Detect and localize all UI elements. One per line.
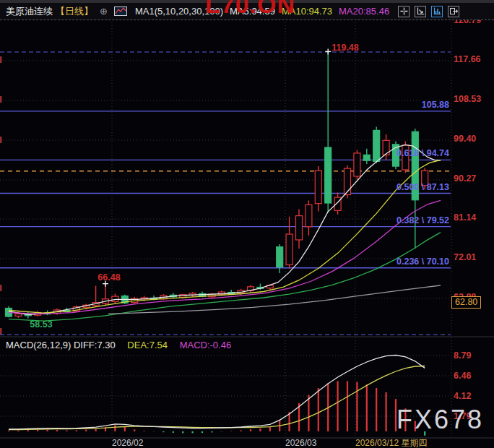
symbol-name: 美原油连续 (6, 5, 53, 18)
pane-collapse-icon[interactable] (448, 6, 459, 17)
chart-window: 105.880.618 \ 94.740.500 \ 87.130.382 \ … (0, 0, 494, 448)
mini-chart-icon (114, 7, 127, 16)
watermark-brand: FX678 (396, 405, 484, 435)
toolbar-buttons (398, 6, 459, 17)
period-label[interactable]: 【日线】 (56, 5, 93, 18)
ma20-value: MA20:85.46 (339, 6, 389, 17)
current-price-badge: 62.80 (451, 296, 481, 309)
macd-title: MACD(26,12,9) DIFF:7.30 (6, 340, 116, 350)
watermark-code: L70.ON (205, 0, 295, 19)
crosshair-icon[interactable] (398, 6, 410, 17)
macd-dea-value: DEA:7.54 (127, 340, 168, 350)
macd-header: MACD(26,12,9) DIFF:7.30 DEA:7.54 MACD:-0… (6, 340, 231, 350)
macd-value: MACD:-0.46 (180, 340, 232, 350)
add-circle-icon[interactable]: ⊕ (100, 6, 108, 17)
price-macd-plot[interactable] (0, 0, 494, 448)
axis-scale-icon[interactable] (415, 6, 426, 17)
indicator-chart-icon[interactable] (431, 6, 443, 17)
